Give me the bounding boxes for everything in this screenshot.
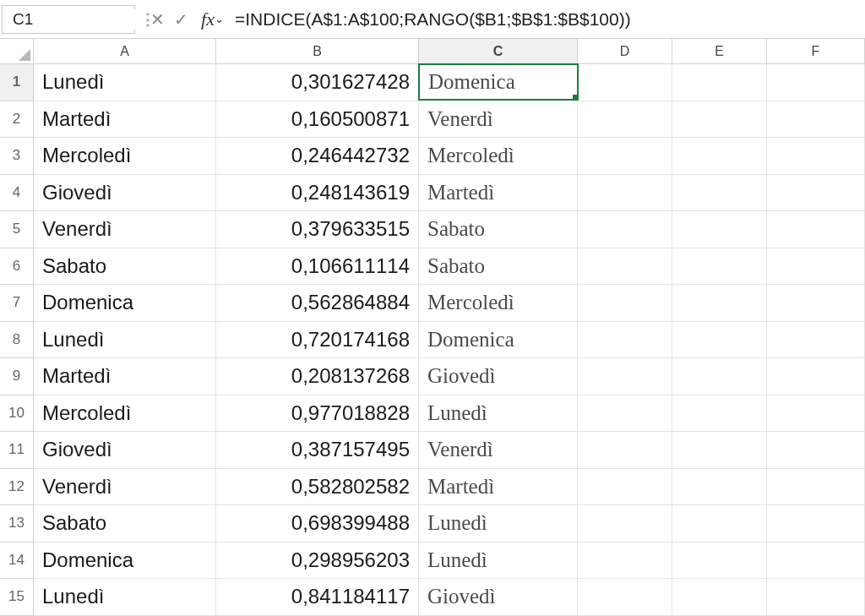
cell[interactable]: Lunedì	[419, 395, 578, 433]
cell[interactable]	[578, 358, 672, 395]
cell[interactable]: Domenica	[34, 285, 216, 322]
cell[interactable]	[767, 579, 865, 616]
cell[interactable]	[767, 432, 865, 469]
cell[interactable]	[672, 505, 767, 542]
cell[interactable]	[578, 248, 672, 286]
cell[interactable]: Venerdì	[34, 469, 216, 506]
cell[interactable]	[578, 542, 672, 580]
cell[interactable]: 0,698399488	[216, 505, 419, 542]
row-header[interactable]: 15	[0, 579, 34, 616]
cell[interactable]	[578, 138, 672, 175]
column-header-c[interactable]: C	[419, 39, 578, 64]
column-header-f[interactable]: F	[767, 39, 865, 64]
cell[interactable]: Venerdì	[34, 211, 216, 248]
cell[interactable]	[672, 542, 767, 580]
cell[interactable]	[672, 322, 767, 359]
cell[interactable]: 0,841184117	[216, 579, 419, 616]
cell[interactable]: 0,301627428	[216, 64, 419, 101]
cell[interactable]	[672, 579, 767, 616]
cell[interactable]	[767, 505, 865, 542]
cancel-icon[interactable]: ✕	[145, 5, 169, 34]
cell[interactable]	[767, 285, 865, 322]
cell[interactable]: Mercoledì	[419, 285, 578, 322]
cell[interactable]: Lunedì	[419, 505, 578, 542]
select-all-cell[interactable]	[0, 39, 34, 64]
cell[interactable]	[672, 175, 767, 212]
cell[interactable]	[672, 395, 767, 433]
cell[interactable]	[767, 175, 865, 212]
cell[interactable]	[767, 542, 865, 580]
cell[interactable]	[672, 469, 767, 506]
row-header[interactable]: 6	[0, 248, 34, 286]
cell[interactable]: Giovedì	[419, 358, 578, 395]
cell[interactable]	[578, 101, 672, 139]
cell[interactable]: Martedì	[419, 469, 578, 506]
cell[interactable]	[578, 579, 672, 616]
cell[interactable]: 0,208137268	[216, 358, 419, 395]
row-header[interactable]: 12	[0, 469, 34, 506]
row-header[interactable]: 3	[0, 138, 34, 175]
cell[interactable]: 0,582802582	[216, 469, 419, 506]
cell[interactable]: Lunedì	[34, 64, 216, 101]
cell[interactable]	[578, 395, 672, 433]
cell[interactable]: Martedì	[34, 101, 216, 139]
cell[interactable]: Mercoledì	[419, 138, 578, 175]
cell[interactable]: Sabato	[419, 248, 578, 286]
cell[interactable]: Sabato	[34, 248, 216, 286]
row-header[interactable]: 14	[0, 542, 34, 580]
cell[interactable]	[672, 432, 767, 469]
row-header[interactable]: 10	[0, 395, 34, 433]
cell[interactable]: Venerdì	[419, 432, 578, 469]
cell[interactable]: Lunedì	[34, 579, 216, 616]
cell[interactable]: 0,160500871	[216, 101, 419, 139]
column-header-d[interactable]: D	[578, 39, 672, 64]
row-header[interactable]: 4	[0, 175, 34, 212]
cell[interactable]	[672, 64, 767, 101]
fx-icon[interactable]: fx	[193, 5, 223, 34]
cell[interactable]: 0,562864884	[216, 285, 419, 322]
cell[interactable]	[767, 64, 865, 101]
row-header[interactable]: 8	[0, 322, 34, 359]
cell[interactable]: Giovedì	[419, 579, 578, 616]
cell[interactable]	[672, 358, 767, 395]
cell[interactable]: Lunedì	[34, 322, 216, 359]
row-header[interactable]: 7	[0, 285, 34, 322]
cell[interactable]: 0,977018828	[216, 395, 419, 433]
cell[interactable]: Venerdì	[419, 101, 578, 139]
cell[interactable]	[767, 138, 865, 175]
cell[interactable]	[672, 101, 767, 139]
cell[interactable]	[578, 322, 672, 359]
cell[interactable]	[578, 505, 672, 542]
cell[interactable]	[767, 211, 865, 248]
cell[interactable]	[578, 469, 672, 506]
row-header[interactable]: 11	[0, 432, 34, 469]
cell[interactable]: 0,379633515	[216, 211, 419, 248]
cell[interactable]	[767, 248, 865, 286]
cell[interactable]: Domenica	[34, 542, 216, 580]
cell[interactable]: Domenica	[419, 322, 578, 359]
cell[interactable]: 0,720174168	[216, 322, 419, 359]
cell[interactable]	[767, 101, 865, 139]
cell[interactable]: Mercoledì	[34, 395, 216, 433]
confirm-icon[interactable]: ✓	[169, 5, 193, 34]
column-header-a[interactable]: A	[34, 39, 216, 64]
column-header-e[interactable]: E	[672, 39, 767, 64]
row-header[interactable]: 2	[0, 101, 34, 139]
cell[interactable]	[672, 138, 767, 175]
cell[interactable]: Lunedì	[419, 542, 578, 580]
cell[interactable]	[672, 285, 767, 322]
row-header[interactable]: 5	[0, 211, 34, 248]
cell[interactable]	[578, 211, 672, 248]
cell[interactable]	[672, 211, 767, 248]
row-header[interactable]: 13	[0, 505, 34, 542]
cell[interactable]	[767, 322, 865, 359]
cell[interactable]: Mercoledì	[34, 138, 216, 175]
cell[interactable]: Sabato	[419, 211, 578, 248]
cell[interactable]: 0,298956203	[216, 542, 419, 580]
row-header[interactable]: 9	[0, 358, 34, 395]
formula-input[interactable]	[223, 5, 860, 34]
cell[interactable]: Giovedì	[34, 432, 216, 469]
cell[interactable]: Martedì	[419, 175, 578, 212]
name-box-wrap[interactable]: ⌄	[2, 5, 135, 34]
cell[interactable]: 0,387157495	[216, 432, 419, 469]
